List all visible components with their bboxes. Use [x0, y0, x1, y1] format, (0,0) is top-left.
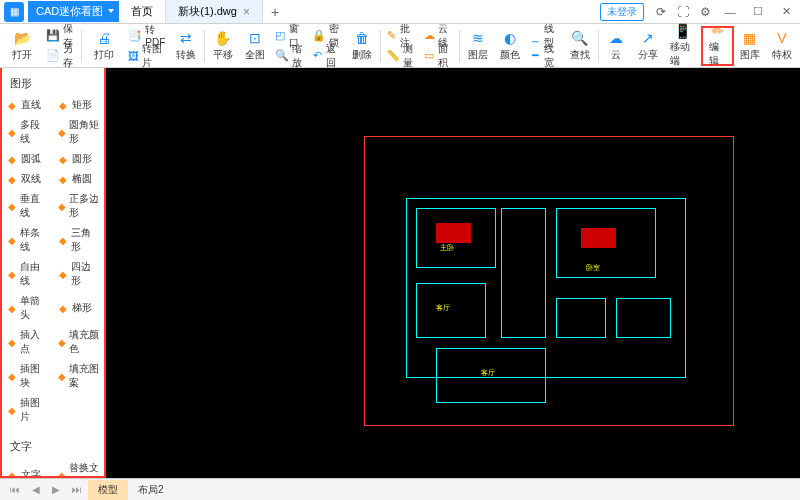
tool-icon: ◆	[6, 234, 17, 246]
tool-圆弧[interactable]: ◆圆弧	[2, 149, 53, 169]
tool-四边形[interactable]: ◆四边形	[53, 257, 104, 291]
share-button[interactable]: ↗分享	[632, 26, 664, 66]
section-title: 图形	[2, 72, 104, 95]
tool-icon: ◆	[57, 336, 66, 348]
tool-圆角矩形[interactable]: ◆圆角矩形	[53, 115, 104, 149]
tool-icon: ◆	[57, 268, 68, 280]
tool-icon: ◆	[6, 302, 17, 314]
toolbar: 📂打开 💾保存 📄另存 🖨打印 📑转PDF 🖼转图片 ⇄转换 ✋平移 ⊡全图 ◰…	[0, 24, 800, 68]
section-title: 文字	[2, 435, 104, 458]
tool-直线[interactable]: ◆直线	[2, 95, 53, 115]
tab-last-icon[interactable]: ⏭	[66, 484, 88, 495]
tool-填充图案[interactable]: ◆填充图案	[53, 359, 104, 393]
tool-椭圆[interactable]: ◆椭圆	[53, 169, 104, 189]
refresh-icon[interactable]: ⟳	[650, 1, 672, 23]
tool-插图块[interactable]: ◆插图块	[2, 359, 53, 393]
layer-button[interactable]: ≋图层	[462, 26, 494, 66]
tool-icon: ◆	[6, 268, 17, 280]
tool-icon: ◆	[57, 200, 66, 212]
tool-梯形[interactable]: ◆梯形	[53, 291, 104, 325]
tool-圆形[interactable]: ◆圆形	[53, 149, 104, 169]
tool-三角形[interactable]: ◆三角形	[53, 223, 104, 257]
color-button[interactable]: ◐颜色	[494, 26, 526, 66]
tab-home[interactable]: 首页	[119, 0, 166, 23]
cloud-button[interactable]: ☁云	[600, 26, 632, 66]
lineweight-button[interactable]: ━线宽	[526, 46, 563, 66]
print-button[interactable]: 🖨打印	[84, 26, 124, 66]
layout-tabs: ⏮ ◀ ▶ ⏭ 模型 布局2	[0, 478, 800, 500]
tab-next-icon[interactable]: ▶	[46, 484, 66, 495]
maximize-button[interactable]: ☐	[744, 1, 772, 23]
back-button[interactable]: ↶返回	[308, 46, 345, 66]
convert-button[interactable]: ⇄转换	[170, 26, 202, 66]
vip-button[interactable]: V特权	[766, 26, 798, 66]
settings-icon[interactable]: ⚙	[694, 1, 716, 23]
find-button[interactable]: 🔍查找	[564, 26, 596, 66]
tool-icon: ◆	[57, 173, 69, 185]
tool-icon: ◆	[6, 200, 17, 212]
tool-替换文字[interactable]: ◆替换文字	[53, 458, 104, 478]
tab-label: 新块(1).dwg	[178, 4, 237, 19]
tool-icon: ◆	[6, 99, 18, 111]
area-button[interactable]: ▭面积	[420, 46, 457, 66]
tab-first-icon[interactable]: ⏮	[4, 484, 26, 495]
fullscreen-icon[interactable]: ⛶	[672, 1, 694, 23]
tool-双线[interactable]: ◆双线	[2, 169, 53, 189]
tool-icon: ◆	[6, 336, 17, 348]
tool-icon: ◆	[6, 404, 17, 416]
tool-icon: ◆	[6, 173, 18, 185]
tool-icon: ◆	[6, 153, 18, 165]
tool-填充颜色[interactable]: ◆填充颜色	[53, 325, 104, 359]
titlebar: ▦ CAD迷你看图 首页 新块(1).dwg × + 未登录 ⟳ ⛶ ⚙ — ☐…	[0, 0, 800, 24]
tab-file[interactable]: 新块(1).dwg ×	[166, 0, 263, 23]
tool-icon: ◆	[57, 153, 69, 165]
close-icon[interactable]: ×	[243, 5, 250, 19]
tool-自由线[interactable]: ◆自由线	[2, 257, 53, 291]
pan-button[interactable]: ✋平移	[207, 26, 239, 66]
tool-icon: ◆	[57, 99, 69, 111]
app-logo-icon: ▦	[4, 2, 24, 22]
tool-icon: ◆	[57, 302, 69, 314]
measure-button[interactable]: 📏测量	[382, 46, 419, 66]
drawing-canvas[interactable]: 主卧 卧室 客厅 客厅	[106, 68, 800, 478]
mobile-button[interactable]: 📱移动端	[664, 26, 701, 66]
open-button[interactable]: 📂打开	[2, 26, 42, 66]
app-name-dropdown[interactable]: CAD迷你看图	[28, 1, 119, 22]
edit-button[interactable]: ✏编辑	[701, 26, 734, 66]
tool-文字[interactable]: ◆文字	[2, 458, 53, 478]
saveas-button[interactable]: 📄另存	[42, 46, 79, 66]
tool-正多边形[interactable]: ◆正多边形	[53, 189, 104, 223]
tool-icon: ◆	[6, 469, 18, 478]
tool-icon: ◆	[57, 469, 66, 478]
full-button[interactable]: ⊡全图	[239, 26, 271, 66]
tool-icon: ◆	[57, 370, 66, 382]
tool-样条线[interactable]: ◆样条线	[2, 223, 53, 257]
tool-矩形[interactable]: ◆矩形	[53, 95, 104, 115]
sidebar: 图形◆直线◆矩形◆多段线◆圆角矩形◆圆弧◆圆形◆双线◆椭圆◆垂直线◆正多边形◆样…	[0, 68, 106, 478]
floorplan: 主卧 卧室 客厅 客厅	[406, 168, 696, 408]
tool-插入点[interactable]: ◆插入点	[2, 325, 53, 359]
tool-单箭头[interactable]: ◆单箭头	[2, 291, 53, 325]
tool-多段线[interactable]: ◆多段线	[2, 115, 53, 149]
tab-add-button[interactable]: +	[263, 0, 287, 24]
tool-icon: ◆	[57, 234, 68, 246]
tool-icon: ◆	[6, 126, 17, 138]
tool-垂直线[interactable]: ◆垂直线	[2, 189, 53, 223]
zoom-button[interactable]: 🔍缩放	[271, 46, 308, 66]
gallery-button[interactable]: ▦图库	[734, 26, 766, 66]
tool-icon: ◆	[57, 126, 66, 138]
tool-icon: ◆	[6, 370, 17, 382]
main-area: 图形◆直线◆矩形◆多段线◆圆角矩形◆圆弧◆圆形◆双线◆椭圆◆垂直线◆正多边形◆样…	[0, 68, 800, 478]
tab-layout2[interactable]: 布局2	[128, 480, 174, 500]
minimize-button[interactable]: —	[716, 1, 744, 23]
delete-button[interactable]: 🗑删除	[346, 26, 378, 66]
close-button[interactable]: ✕	[772, 1, 800, 23]
tool-插图片[interactable]: ◆插图片	[2, 393, 53, 427]
tab-prev-icon[interactable]: ◀	[26, 484, 46, 495]
img-button[interactable]: 🖼转图片	[124, 46, 170, 66]
login-button[interactable]: 未登录	[600, 3, 644, 21]
tab-model[interactable]: 模型	[88, 480, 128, 500]
